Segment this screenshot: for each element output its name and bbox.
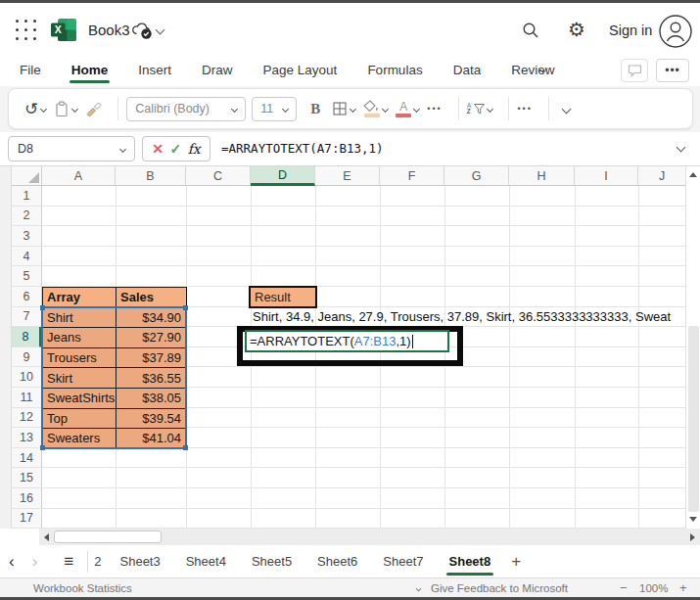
excel-logo-icon[interactable]: X [51, 18, 77, 42]
paste-dropdown-icon[interactable] [71, 105, 78, 112]
menu-review[interactable]: Review [509, 57, 556, 83]
row-header-12[interactable]: 12 [12, 408, 42, 429]
column-header-h[interactable]: H [509, 166, 575, 186]
spreadsheet-grid[interactable]: A B C D E F G H I J 1 2 3 4 5 6 7 8 9 10… [0, 166, 700, 529]
column-header-f[interactable]: F [380, 166, 444, 186]
row-header-7[interactable]: 7 [12, 307, 42, 328]
cell-d7-result-value[interactable]: Shirt, 34.9, Jeans, 27.9, Trousers, 37.8… [253, 307, 685, 327]
tab-sheet4[interactable]: Sheet4 [173, 545, 239, 577]
cell-b9[interactable]: $37.89 [117, 348, 187, 369]
cancel-button[interactable]: ✕ [152, 141, 163, 157]
scroll-right-icon[interactable] [690, 533, 695, 541]
select-all-corner[interactable] [12, 166, 42, 186]
row-header-17[interactable]: 17 [12, 509, 42, 530]
add-sheet-icon[interactable]: + [503, 552, 529, 572]
column-header-b[interactable]: B [116, 166, 186, 186]
tab-sheet2-partial[interactable]: 2 [92, 554, 107, 569]
column-header-c[interactable]: C [186, 166, 251, 186]
sort-filter-dropdown-icon[interactable] [487, 105, 493, 112]
sort-filter-button[interactable]: A Z [467, 103, 493, 115]
undo-dropdown-icon[interactable] [40, 105, 47, 112]
cell-b11[interactable]: $38.05 [117, 389, 187, 409]
cell-a13[interactable]: Sweaters [43, 429, 117, 449]
status-expand-icon[interactable] [416, 586, 422, 592]
cell-d8-formula-editor[interactable]: =ARRAYTOTEXT(A7:B13,1) [245, 330, 449, 352]
ribbon-overflow-button[interactable]: ••• [517, 104, 532, 114]
tab-sheet3[interactable]: Sheet3 [108, 545, 173, 577]
menu-data[interactable]: Data [451, 57, 484, 83]
row-header-5[interactable]: 5 [12, 266, 42, 287]
cell-a6[interactable]: Array [43, 288, 117, 308]
font-color-dropdown-icon[interactable] [413, 105, 420, 112]
prev-sheet-icon[interactable]: ‹ [0, 552, 23, 572]
menu-page-layout[interactable]: Page Layout [261, 57, 340, 83]
app-launcher-icon[interactable] [16, 20, 38, 42]
font-name-dropdown[interactable]: Calibri (Body) [126, 97, 246, 121]
borders-dropdown-icon[interactable] [350, 105, 356, 112]
collapse-ribbon-button[interactable] [563, 106, 570, 113]
next-sheet-icon[interactable]: › [23, 552, 47, 572]
zoom-out-button[interactable]: − [620, 580, 628, 595]
cell-a11[interactable]: SweatShirts [43, 389, 117, 409]
row-header-4[interactable]: 4 [12, 247, 42, 267]
workbook-statistics-button[interactable]: Workbook Statistics [33, 582, 132, 594]
row-header-13[interactable]: 13 [12, 428, 42, 448]
column-header-e[interactable]: E [315, 166, 380, 186]
scroll-left-icon[interactable] [44, 533, 49, 541]
menu-draw[interactable]: Draw [200, 57, 235, 83]
column-header-d-selected[interactable]: D [251, 166, 315, 186]
vertical-scrollbar[interactable] [685, 166, 700, 529]
cell-b12[interactable]: $39.54 [117, 409, 187, 430]
enter-button[interactable]: ✓ [169, 141, 181, 157]
saved-to-cloud-icon[interactable] [131, 22, 154, 40]
menu-formulas[interactable]: Formulas [365, 57, 424, 83]
fill-color-dropdown-icon[interactable] [382, 105, 389, 112]
cell-a8[interactable]: Jeans [43, 328, 117, 348]
zoom-level[interactable]: 100% [639, 582, 668, 594]
font-color-button[interactable]: A [396, 101, 419, 117]
cell-a7[interactable]: Shirt [43, 308, 117, 329]
row-header-16[interactable]: 16 [12, 488, 42, 509]
scroll-up-icon[interactable] [689, 172, 697, 177]
cell-b13[interactable]: $41.04 [117, 429, 187, 449]
column-header-j[interactable]: J [638, 166, 685, 186]
row-header-10[interactable]: 10 [12, 367, 42, 388]
row-header-2[interactable]: 2 [12, 207, 42, 227]
cell-b6[interactable]: Sales [117, 288, 187, 308]
cell-b8[interactable]: $27.90 [117, 328, 187, 348]
column-header-i[interactable]: I [575, 166, 638, 186]
fill-color-button[interactable] [363, 100, 388, 117]
name-box[interactable]: D8 [8, 136, 135, 162]
row-header-14[interactable]: 14 [12, 448, 42, 469]
search-icon[interactable] [522, 22, 539, 39]
borders-button[interactable] [332, 101, 355, 116]
row-header-3[interactable]: 3 [12, 226, 42, 247]
menu-insert[interactable]: Insert [136, 57, 173, 83]
row-header-1[interactable]: 1 [12, 186, 42, 207]
paste-button[interactable] [54, 101, 77, 117]
format-painter-button[interactable] [85, 101, 102, 116]
font-group-more-button[interactable]: ••• [427, 104, 442, 114]
document-title[interactable]: Book3 [88, 22, 130, 38]
cell-a9[interactable]: Trousers [43, 348, 117, 369]
insert-function-button[interactable]: fx [188, 141, 201, 157]
cell-a10[interactable]: Skirt [43, 368, 117, 389]
undo-button[interactable]: ↺ [24, 101, 46, 117]
tab-sheet6[interactable]: Sheet6 [304, 545, 370, 577]
expand-formula-bar-icon[interactable] [677, 143, 686, 153]
row-header-8-selected[interactable]: 8 [12, 327, 42, 347]
row-header-11[interactable]: 11 [12, 388, 42, 408]
row-header-6[interactable]: 6 [12, 287, 42, 307]
title-dropdown-icon[interactable] [156, 25, 165, 35]
feedback-link[interactable]: Give Feedback to Microsoft [431, 582, 568, 594]
tab-sheet7[interactable]: Sheet7 [370, 545, 436, 577]
row-header-9[interactable]: 9 [12, 347, 42, 368]
cell-b7[interactable]: $34.90 [117, 308, 187, 329]
cell-d6-result-header[interactable]: Result [249, 286, 317, 308]
row-header-15[interactable]: 15 [12, 468, 42, 488]
scroll-down-icon[interactable] [689, 517, 697, 522]
menu-home[interactable]: Home [70, 57, 111, 83]
vertical-scroll-thumb[interactable] [688, 326, 699, 512]
formula-input[interactable]: =ARRAYTOTEXT(A7:B13,1) [221, 141, 384, 156]
column-header-g[interactable]: G [444, 166, 509, 186]
